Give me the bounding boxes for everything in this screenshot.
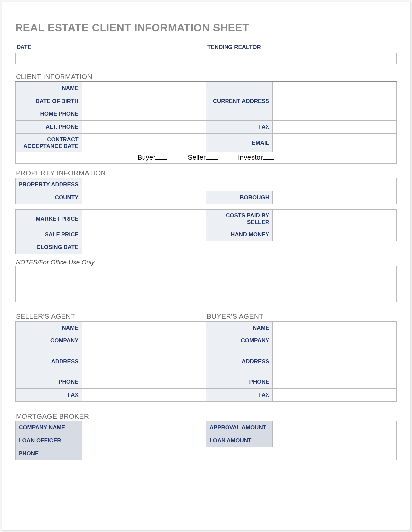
agents-headings: SELLER'S AGENT BUYER'S AGENT xyxy=(15,312,397,321)
page-title: REAL ESTATE CLIENT INFORMATION SHEET xyxy=(15,22,397,34)
top-row: DATE TENDING REALTOR xyxy=(15,42,397,53)
sale-price-label: SALE PRICE xyxy=(16,228,82,241)
client-information-table: NAME CURRENT ADDRESS DATE OF BIRTH HOME … xyxy=(15,82,397,152)
current-address-line3-input[interactable] xyxy=(276,111,393,118)
property-information-table-2: MARKET PRICE COSTS PAID BY SELLER SALE P… xyxy=(15,209,397,254)
name-label: NAME xyxy=(16,82,82,95)
buyer-agent-phone-label: PHONE xyxy=(206,376,273,389)
role-buyer-label: Buyer xyxy=(138,154,156,161)
seller-agent-company-label: COMPANY xyxy=(16,334,82,347)
date-label: DATE xyxy=(15,42,206,53)
sale-price-input[interactable] xyxy=(86,231,203,238)
seller-agent-name-label: NAME xyxy=(16,322,82,334)
property-address-label: PROPERTY ADDRESS xyxy=(16,178,82,191)
borough-input[interactable] xyxy=(276,194,393,201)
county-input[interactable] xyxy=(86,194,203,201)
property-information-table-1: PROPERTY ADDRESS COUNTY BOROUGH xyxy=(15,178,397,204)
notes-label: NOTES/For Office Use Only xyxy=(15,259,397,266)
loan-officer-input[interactable] xyxy=(86,437,203,444)
property-information-heading: PROPERTY INFORMATION xyxy=(15,168,397,178)
agents-table: NAME NAME COMPANY COMPANY ADDRESS ADDRES… xyxy=(15,321,397,402)
fax-input[interactable] xyxy=(276,123,393,131)
tending-realtor-input[interactable] xyxy=(208,54,395,63)
buyer-agent-fax-input[interactable] xyxy=(276,391,393,399)
top-row-inputs xyxy=(15,53,397,64)
loan-amount-label: LOAN AMOUNT xyxy=(206,434,273,447)
seller-agent-name-input[interactable] xyxy=(86,324,203,332)
buyer-agent-name-input[interactable] xyxy=(276,324,393,332)
mortgage-company-input[interactable] xyxy=(86,424,203,431)
buyer-agent-name-label: NAME xyxy=(206,322,273,334)
alt-phone-input[interactable] xyxy=(86,123,203,131)
contract-acceptance-date-label: CONTRACT ACCEPTANCE DATE xyxy=(16,134,82,152)
seller-agent-fax-input[interactable] xyxy=(86,391,203,399)
alt-phone-label: ALT. PHONE xyxy=(16,121,82,134)
name-input[interactable] xyxy=(86,85,203,92)
date-input[interactable] xyxy=(18,54,204,63)
mortgage-broker-heading: MORTGAGE BROKER xyxy=(15,412,397,421)
current-address-line1-input[interactable] xyxy=(276,85,393,92)
loan-officer-label: LOAN OFFICER xyxy=(16,434,82,447)
buyer-agent-address-label: ADDRESS xyxy=(206,347,273,376)
property-address-input[interactable] xyxy=(86,181,393,188)
role-seller-label: Seller xyxy=(188,154,206,161)
mortgage-phone-label: PHONE xyxy=(16,447,82,460)
buyer-agent-company-label: COMPANY xyxy=(206,334,273,347)
email-label: EMAIL xyxy=(206,134,273,152)
seller-agent-company-input[interactable] xyxy=(86,337,203,344)
form-page: REAL ESTATE CLIENT INFORMATION SHEET DAT… xyxy=(2,2,410,530)
hand-money-label: HAND MONEY xyxy=(206,228,273,241)
fax-label: FAX xyxy=(206,121,273,134)
client-role-row: Buyer Seller Investor xyxy=(15,152,397,164)
notes-box xyxy=(15,266,397,302)
buyer-agent-phone-input[interactable] xyxy=(276,378,393,386)
approval-amount-input[interactable] xyxy=(276,424,393,431)
buyer-agent-address-input[interactable] xyxy=(276,358,393,365)
market-price-label: MARKET PRICE xyxy=(16,210,82,228)
seller-agent-phone-input[interactable] xyxy=(86,378,203,386)
role-buyer[interactable]: Buyer xyxy=(138,154,168,161)
loan-amount-input[interactable] xyxy=(276,437,393,444)
sellers-agent-heading: SELLER'S AGENT xyxy=(15,312,206,321)
costs-paid-by-seller-input[interactable] xyxy=(276,215,393,223)
contract-acceptance-date-input[interactable] xyxy=(86,139,203,147)
mortgage-company-label: COMPANY NAME xyxy=(16,421,82,434)
hand-money-input[interactable] xyxy=(276,231,393,238)
market-price-input[interactable] xyxy=(86,215,203,223)
email-input[interactable] xyxy=(276,139,393,147)
county-label: COUNTY xyxy=(16,191,82,204)
seller-agent-phone-label: PHONE xyxy=(16,376,82,389)
dob-label: DATE OF BIRTH xyxy=(16,95,82,108)
role-investor-label: Investor xyxy=(238,154,263,161)
dob-input[interactable] xyxy=(86,98,203,105)
client-information-heading: CLIENT INFORMATION xyxy=(15,72,397,82)
closing-date-input[interactable] xyxy=(86,244,203,251)
home-phone-input[interactable] xyxy=(86,111,203,118)
buyer-agent-company-input[interactable] xyxy=(276,337,393,344)
current-address-line2-input[interactable] xyxy=(276,98,393,105)
mortgage-phone-input[interactable] xyxy=(86,450,393,457)
mortgage-broker-table: COMPANY NAME APPROVAL AMOUNT LOAN OFFICE… xyxy=(15,421,397,460)
role-seller[interactable]: Seller xyxy=(188,154,218,161)
buyer-agent-fax-label: FAX xyxy=(206,389,273,402)
seller-agent-address-input[interactable] xyxy=(86,358,203,365)
home-phone-label: HOME PHONE xyxy=(16,108,82,121)
borough-label: BOROUGH xyxy=(206,191,273,204)
seller-agent-fax-label: FAX xyxy=(16,389,82,402)
approval-amount-label: APPROVAL AMOUNT xyxy=(206,421,273,434)
costs-paid-by-seller-label: COSTS PAID BY SELLER xyxy=(206,210,273,228)
buyers-agent-heading: BUYER'S AGENT xyxy=(206,312,397,321)
role-investor[interactable]: Investor xyxy=(238,154,275,161)
tending-realtor-label: TENDING REALTOR xyxy=(206,42,397,53)
seller-agent-address-label: ADDRESS xyxy=(16,347,82,376)
current-address-label: CURRENT ADDRESS xyxy=(206,82,273,121)
notes-textarea[interactable] xyxy=(18,268,394,300)
closing-date-label: CLOSING DATE xyxy=(16,241,82,254)
